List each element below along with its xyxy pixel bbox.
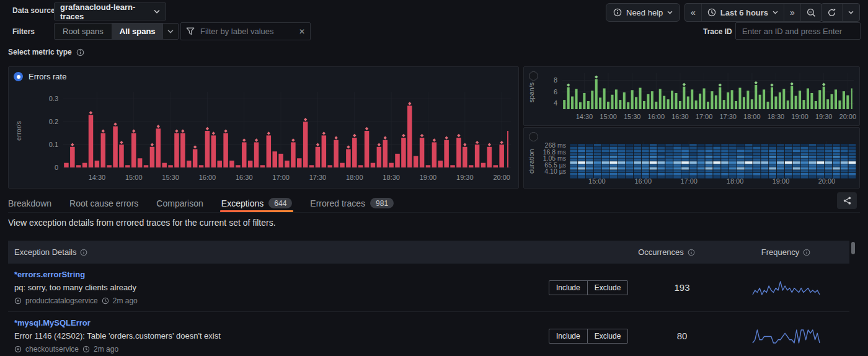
svg-text:20:00: 20:00 [818, 177, 836, 185]
svg-text:19:00: 19:00 [791, 113, 808, 120]
label-filter-input[interactable] [199, 26, 294, 37]
svg-text:8: 8 [554, 76, 557, 84]
tab-comparison[interactable]: Comparison [156, 194, 203, 212]
spans-rate-chart: 14:3015:0015:3016:0016:3017:0017:3018:00… [526, 68, 858, 125]
refresh-icon [827, 8, 836, 17]
need-help-button[interactable]: Need help [606, 3, 680, 22]
time-shift-forward-button[interactable]: » [784, 4, 800, 21]
tab-errored-traces[interactable]: Errored traces 981 [310, 194, 394, 212]
svg-text:16:30: 16:30 [236, 174, 253, 181]
zoom-out-icon [807, 8, 816, 17]
span-scope-toggle: Root spans All spans [54, 23, 164, 40]
exception-message: Error 1146 (42S02): Table 'orders.custom… [14, 331, 549, 340]
table-header: Exception Details Occurrences Frequency [8, 241, 849, 264]
include-button[interactable]: Include [549, 281, 587, 295]
trace-id-label: Trace ID [703, 27, 732, 36]
scrollbar-thumb[interactable] [851, 242, 855, 254]
svg-text:4: 4 [554, 99, 557, 107]
refresh-interval-dropdown[interactable] [842, 4, 859, 21]
svg-text:16:00: 16:00 [648, 113, 665, 120]
svg-text:0.2: 0.2 [49, 118, 58, 125]
svg-text:18:30: 18:30 [383, 174, 400, 181]
scope-all-spans[interactable]: All spans [112, 24, 164, 39]
svg-text:6: 6 [554, 88, 557, 96]
svg-text:0.1: 0.1 [49, 141, 58, 148]
exception-title-link[interactable]: *errors.errorString [14, 270, 549, 279]
tab-breakdown[interactable]: Breakdown [8, 194, 51, 212]
exclude-button[interactable]: Exclude [587, 281, 628, 295]
clock-icon [707, 8, 716, 17]
info-circle-icon [688, 249, 695, 256]
svg-text:19:30: 19:30 [456, 174, 474, 181]
time-shift-back-button[interactable]: « [685, 4, 701, 21]
occurrences-count: 80 [642, 331, 722, 341]
select-metric-row: Select metric type [8, 48, 84, 56]
time-zoom-out-button[interactable] [800, 4, 822, 21]
double-chevron-left-icon: « [691, 8, 696, 17]
svg-text:4.10 µs: 4.10 µs [544, 167, 566, 175]
svg-text:15:30: 15:30 [162, 174, 179, 181]
include-exclude-group: Include Exclude [549, 280, 628, 295]
svg-text:0: 0 [55, 164, 58, 171]
svg-text:17:00: 17:00 [680, 177, 698, 185]
share-icon [843, 196, 852, 205]
svg-text:17:00: 17:00 [696, 113, 713, 120]
chevron-down-icon [773, 11, 778, 14]
include-exclude-group: Include Exclude [549, 329, 628, 344]
svg-text:15:00: 15:00 [600, 113, 617, 120]
occurrences-count: 193 [642, 282, 722, 293]
refresh-button[interactable] [822, 4, 842, 21]
double-chevron-right-icon: » [790, 8, 795, 17]
scope-dropdown-button[interactable] [162, 23, 179, 40]
info-circle-icon [613, 8, 622, 17]
duration-panel[interactable]: 15:0016:0017:0018:0019:0020:00268 ms16.8… [523, 127, 860, 189]
svg-text:14:30: 14:30 [89, 174, 106, 181]
funnel-icon [186, 27, 195, 35]
svg-text:17:00: 17:00 [272, 174, 290, 181]
info-circle-icon [76, 48, 84, 56]
scope-root-spans[interactable]: Root spans [55, 24, 112, 39]
chevron-down-icon [667, 11, 673, 14]
svg-text:19:00: 19:00 [773, 177, 790, 185]
svg-text:15:30: 15:30 [624, 113, 641, 120]
exclude-button[interactable]: Exclude [587, 329, 628, 343]
share-button[interactable] [837, 192, 857, 209]
filters-label: Filters [12, 27, 35, 36]
svg-text:error/s: error/s [15, 121, 22, 141]
exception-age: 2m ago [113, 296, 138, 305]
exceptions-description: View exception details from errored trac… [8, 218, 276, 228]
time-range-picker[interactable]: Last 6 hours [701, 4, 784, 21]
clock-icon [102, 297, 109, 305]
trace-id-input[interactable] [741, 26, 855, 37]
errors-rate-radio[interactable] [14, 72, 23, 81]
service-name: productcatalogservice [25, 296, 98, 305]
include-button[interactable]: Include [549, 329, 587, 343]
exception-title-link[interactable]: *mysql.MySQLError [14, 318, 549, 327]
service-icon [14, 345, 22, 353]
data-source-select[interactable]: grafanacloud-learn-traces [54, 2, 166, 20]
svg-text:20:00: 20:00 [493, 174, 510, 181]
svg-text:14:30: 14:30 [576, 113, 593, 120]
errored-traces-count-badge: 981 [370, 198, 394, 208]
svg-text:18:00: 18:00 [727, 177, 744, 185]
tab-exceptions[interactable]: Exceptions 644 [221, 194, 293, 212]
active-tab-underline [220, 210, 294, 212]
errors-rate-label: Errors rate [29, 72, 66, 81]
svg-text:19:30: 19:30 [815, 113, 833, 120]
errors-rate-chart: 14:3015:0015:3016:0016:3017:0017:3018:00… [12, 84, 516, 186]
svg-text:17:30: 17:30 [719, 113, 737, 120]
service-icon [14, 297, 22, 305]
label-filter-box: ✕ [180, 22, 311, 40]
tab-root-cause-errors[interactable]: Root cause errors [69, 194, 138, 212]
errors-rate-panel[interactable]: Errors rate 14:3015:0015:3016:0016:3017:… [8, 66, 519, 189]
duration-heatmap-chart: 15:0016:0017:0018:0019:0020:00268 ms16.8… [526, 129, 858, 188]
clear-filter-icon[interactable]: ✕ [299, 27, 305, 36]
exception-message: pq: sorry, too many clients already [14, 283, 549, 292]
svg-text:16:00: 16:00 [199, 174, 216, 181]
frequency-sparkline [722, 327, 849, 345]
spans-rate-panel[interactable]: 14:3015:0015:3016:0016:3017:0017:3018:00… [523, 66, 860, 126]
trace-id-box [735, 22, 861, 40]
table-row[interactable]: *errors.errorString pq: sorry, too many … [8, 264, 849, 312]
data-source-value: grafanacloud-learn-traces [60, 2, 154, 21]
table-row[interactable]: *mysql.MySQLError Error 1146 (42S02): Ta… [8, 312, 849, 356]
